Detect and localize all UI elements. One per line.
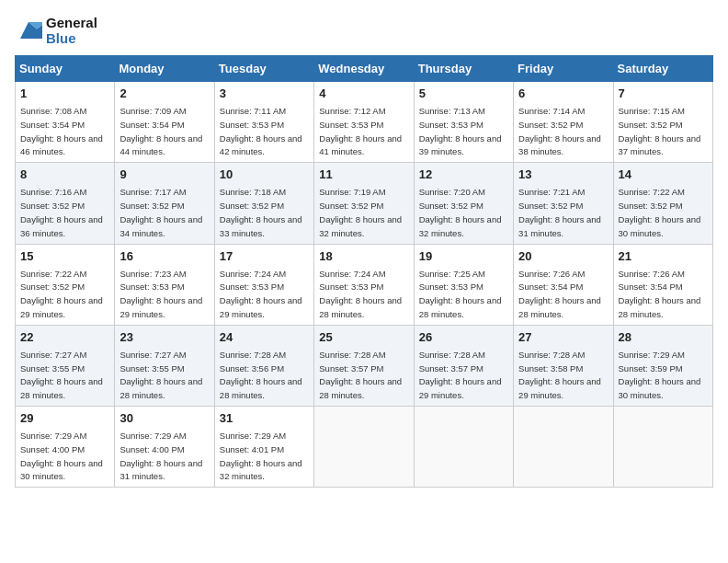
day-cell: 28 Sunrise: 7:29 AMSunset: 3:59 PMDaylig… bbox=[613, 325, 712, 406]
day-info: Sunrise: 7:25 AMSunset: 3:53 PMDaylight:… bbox=[419, 269, 502, 319]
day-info: Sunrise: 7:27 AMSunset: 3:55 PMDaylight:… bbox=[119, 350, 202, 400]
day-number: 26 bbox=[419, 329, 508, 346]
day-number: 12 bbox=[419, 167, 508, 183]
day-number: 16 bbox=[119, 248, 209, 265]
day-info: Sunrise: 7:27 AMSunset: 3:55 PMDaylight:… bbox=[20, 350, 103, 400]
day-info: Sunrise: 7:08 AMSunset: 3:54 PMDaylight:… bbox=[20, 106, 103, 156]
day-number: 10 bbox=[220, 167, 309, 183]
day-number: 30 bbox=[119, 410, 209, 427]
weekday-header-saturday: Saturday bbox=[613, 56, 712, 82]
day-info: Sunrise: 7:21 AMSunset: 3:52 PMDaylight:… bbox=[518, 187, 601, 237]
day-number: 23 bbox=[119, 329, 209, 346]
day-number: 19 bbox=[419, 248, 508, 265]
weekday-header-monday: Monday bbox=[115, 56, 214, 82]
day-info: Sunrise: 7:28 AMSunset: 3:57 PMDaylight:… bbox=[419, 350, 502, 400]
weekday-header-row: SundayMondayTuesdayWednesdayThursdayFrid… bbox=[16, 56, 713, 82]
week-row-1: 1 Sunrise: 7:08 AMSunset: 3:54 PMDayligh… bbox=[16, 82, 713, 163]
day-cell: 23 Sunrise: 7:27 AMSunset: 3:55 PMDaylig… bbox=[115, 325, 214, 406]
day-cell bbox=[314, 407, 414, 488]
day-cell: 30 Sunrise: 7:29 AMSunset: 4:00 PMDaylig… bbox=[115, 407, 214, 488]
day-number: 31 bbox=[220, 410, 309, 427]
week-row-5: 29 Sunrise: 7:29 AMSunset: 4:00 PMDaylig… bbox=[16, 407, 713, 488]
day-info: Sunrise: 7:14 AMSunset: 3:52 PMDaylight:… bbox=[518, 106, 601, 156]
day-cell: 14 Sunrise: 7:22 AMSunset: 3:52 PMDaylig… bbox=[613, 163, 712, 244]
day-info: Sunrise: 7:26 AMSunset: 3:54 PMDaylight:… bbox=[518, 269, 601, 319]
day-info: Sunrise: 7:16 AMSunset: 3:52 PMDaylight:… bbox=[20, 187, 103, 237]
weekday-header-thursday: Thursday bbox=[414, 56, 513, 82]
day-cell: 11 Sunrise: 7:19 AMSunset: 3:52 PMDaylig… bbox=[314, 163, 414, 244]
day-number: 13 bbox=[518, 167, 608, 183]
day-cell: 3 Sunrise: 7:11 AMSunset: 3:53 PMDayligh… bbox=[214, 82, 313, 163]
day-cell: 25 Sunrise: 7:28 AMSunset: 3:57 PMDaylig… bbox=[314, 325, 414, 406]
day-info: Sunrise: 7:15 AMSunset: 3:52 PMDaylight:… bbox=[619, 106, 701, 156]
weekday-header-friday: Friday bbox=[514, 56, 613, 82]
day-number: 6 bbox=[518, 86, 608, 102]
day-cell: 19 Sunrise: 7:25 AMSunset: 3:53 PMDaylig… bbox=[414, 244, 513, 325]
day-cell: 26 Sunrise: 7:28 AMSunset: 3:57 PMDaylig… bbox=[414, 325, 513, 406]
day-cell: 21 Sunrise: 7:26 AMSunset: 3:54 PMDaylig… bbox=[613, 244, 712, 325]
day-number: 9 bbox=[119, 167, 209, 183]
day-cell: 29 Sunrise: 7:29 AMSunset: 4:00 PMDaylig… bbox=[16, 407, 115, 488]
day-cell: 2 Sunrise: 7:09 AMSunset: 3:54 PMDayligh… bbox=[115, 82, 214, 163]
weekday-header-tuesday: Tuesday bbox=[214, 56, 313, 82]
day-info: Sunrise: 7:26 AMSunset: 3:54 PMDaylight:… bbox=[619, 269, 701, 319]
day-cell: 8 Sunrise: 7:16 AMSunset: 3:52 PMDayligh… bbox=[16, 163, 115, 244]
day-cell: 13 Sunrise: 7:21 AMSunset: 3:52 PMDaylig… bbox=[514, 163, 613, 244]
day-info: Sunrise: 7:19 AMSunset: 3:52 PMDaylight:… bbox=[319, 187, 402, 237]
day-number: 11 bbox=[319, 167, 408, 183]
day-info: Sunrise: 7:20 AMSunset: 3:52 PMDaylight:… bbox=[419, 187, 502, 237]
day-cell: 12 Sunrise: 7:20 AMSunset: 3:52 PMDaylig… bbox=[414, 163, 513, 244]
day-number: 14 bbox=[619, 167, 708, 183]
day-number: 4 bbox=[319, 86, 408, 102]
day-number: 7 bbox=[619, 86, 708, 102]
day-number: 21 bbox=[619, 248, 708, 265]
day-info: Sunrise: 7:29 AMSunset: 4:00 PMDaylight:… bbox=[119, 431, 202, 481]
day-number: 27 bbox=[518, 329, 608, 346]
day-number: 24 bbox=[220, 329, 309, 346]
day-number: 3 bbox=[220, 86, 309, 102]
day-cell: 22 Sunrise: 7:27 AMSunset: 3:55 PMDaylig… bbox=[16, 325, 115, 406]
day-number: 1 bbox=[20, 86, 109, 102]
logo-text: General Blue bbox=[46, 15, 97, 46]
day-cell: 24 Sunrise: 7:28 AMSunset: 3:56 PMDaylig… bbox=[214, 325, 313, 406]
day-number: 8 bbox=[20, 167, 109, 183]
logo-icon bbox=[15, 19, 42, 41]
page-header: General Blue bbox=[15, 15, 713, 46]
day-info: Sunrise: 7:24 AMSunset: 3:53 PMDaylight:… bbox=[220, 269, 302, 319]
day-cell bbox=[613, 407, 712, 488]
day-info: Sunrise: 7:12 AMSunset: 3:53 PMDaylight:… bbox=[319, 106, 402, 156]
day-cell: 4 Sunrise: 7:12 AMSunset: 3:53 PMDayligh… bbox=[314, 82, 414, 163]
day-number: 25 bbox=[319, 329, 408, 346]
day-number: 15 bbox=[20, 248, 109, 265]
day-cell: 9 Sunrise: 7:17 AMSunset: 3:52 PMDayligh… bbox=[115, 163, 214, 244]
day-cell: 17 Sunrise: 7:24 AMSunset: 3:53 PMDaylig… bbox=[214, 244, 313, 325]
day-cell bbox=[414, 407, 513, 488]
day-info: Sunrise: 7:28 AMSunset: 3:56 PMDaylight:… bbox=[220, 350, 302, 400]
weekday-header-wednesday: Wednesday bbox=[314, 56, 414, 82]
day-number: 2 bbox=[119, 86, 209, 102]
day-cell: 6 Sunrise: 7:14 AMSunset: 3:52 PMDayligh… bbox=[514, 82, 613, 163]
day-cell: 7 Sunrise: 7:15 AMSunset: 3:52 PMDayligh… bbox=[613, 82, 712, 163]
day-number: 28 bbox=[619, 329, 708, 346]
calendar-table: SundayMondayTuesdayWednesdayThursdayFrid… bbox=[15, 55, 713, 488]
day-info: Sunrise: 7:29 AMSunset: 3:59 PMDaylight:… bbox=[619, 350, 701, 400]
day-number: 22 bbox=[20, 329, 109, 346]
day-number: 18 bbox=[319, 248, 408, 265]
day-cell: 15 Sunrise: 7:22 AMSunset: 3:52 PMDaylig… bbox=[16, 244, 115, 325]
day-info: Sunrise: 7:17 AMSunset: 3:52 PMDaylight:… bbox=[119, 187, 202, 237]
day-info: Sunrise: 7:29 AMSunset: 4:00 PMDaylight:… bbox=[20, 431, 103, 481]
day-info: Sunrise: 7:18 AMSunset: 3:52 PMDaylight:… bbox=[220, 187, 302, 237]
day-info: Sunrise: 7:22 AMSunset: 3:52 PMDaylight:… bbox=[20, 269, 103, 319]
day-cell: 31 Sunrise: 7:29 AMSunset: 4:01 PMDaylig… bbox=[214, 407, 313, 488]
day-cell: 1 Sunrise: 7:08 AMSunset: 3:54 PMDayligh… bbox=[16, 82, 115, 163]
day-info: Sunrise: 7:29 AMSunset: 4:01 PMDaylight:… bbox=[220, 431, 302, 481]
day-number: 20 bbox=[518, 248, 608, 265]
logo: General Blue bbox=[15, 15, 97, 46]
day-number: 17 bbox=[220, 248, 309, 265]
day-cell: 10 Sunrise: 7:18 AMSunset: 3:52 PMDaylig… bbox=[214, 163, 313, 244]
weekday-header-sunday: Sunday bbox=[16, 56, 115, 82]
day-cell: 16 Sunrise: 7:23 AMSunset: 3:53 PMDaylig… bbox=[115, 244, 214, 325]
day-cell: 27 Sunrise: 7:28 AMSunset: 3:58 PMDaylig… bbox=[514, 325, 613, 406]
week-row-4: 22 Sunrise: 7:27 AMSunset: 3:55 PMDaylig… bbox=[16, 325, 713, 406]
day-info: Sunrise: 7:23 AMSunset: 3:53 PMDaylight:… bbox=[119, 269, 202, 319]
